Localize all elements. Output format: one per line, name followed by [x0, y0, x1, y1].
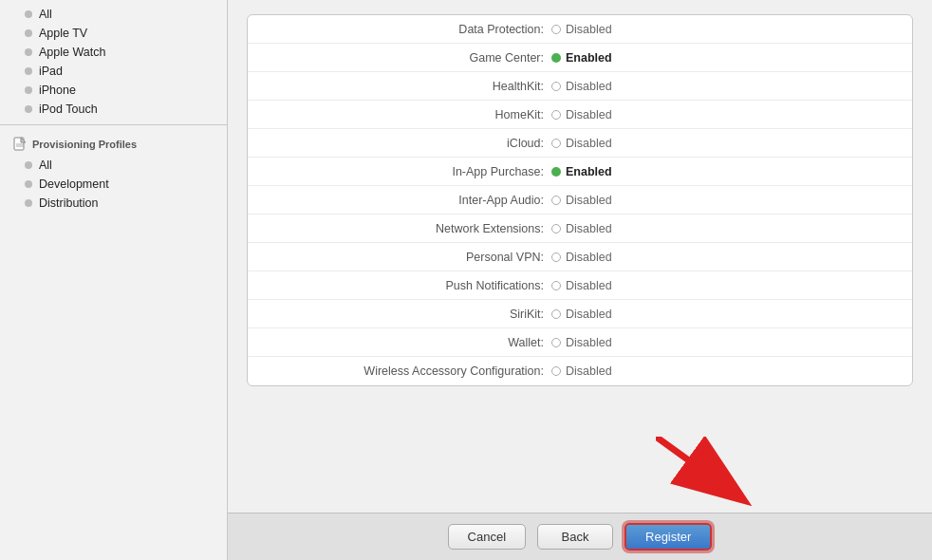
capability-row: Personal VPN: Disabled [248, 243, 912, 271]
bottom-bar: Cancel Back Register [228, 513, 932, 560]
capability-label: SiriKit: [248, 308, 551, 321]
capability-status: Disabled [551, 194, 612, 207]
capability-status: Enabled [551, 51, 612, 65]
main-content: Data Protection: Disabled Game Center: E… [228, 0, 932, 560]
status-dot-icon [551, 110, 561, 120]
sidebar-item[interactable]: Apple Watch [0, 43, 227, 62]
content-area: Data Protection: Disabled Game Center: E… [228, 0, 932, 437]
sidebar-item-label: Apple Watch [39, 46, 105, 59]
status-dot-icon [551, 281, 561, 290]
sidebar-item[interactable]: iPad [0, 62, 227, 81]
bullet-icon [25, 29, 32, 37]
sidebar-item[interactable]: All [0, 5, 227, 24]
capability-label: Wallet: [248, 336, 551, 349]
capability-label: HealthKit: [248, 80, 551, 93]
capability-row: HealthKit: Disabled [248, 72, 912, 101]
capability-label: Wireless Accessory Configuration: [248, 364, 551, 378]
capability-label: Data Protection: [248, 23, 551, 36]
sidebar-item[interactable]: Development [0, 175, 227, 194]
sidebar-item[interactable]: Apple TV [0, 24, 227, 43]
document-icon [13, 137, 27, 152]
bullet-icon [25, 180, 32, 188]
cancel-button[interactable]: Cancel [448, 524, 526, 550]
status-dot-icon [551, 196, 561, 205]
status-dot-icon [551, 366, 561, 376]
sidebar-item-label: Development [39, 177, 109, 191]
register-button[interactable]: Register [624, 523, 712, 551]
arrow-overlay [228, 437, 932, 513]
capability-row: Wallet: Disabled [248, 328, 912, 357]
status-dot-icon [551, 309, 561, 319]
sidebar-divider [0, 124, 227, 125]
capability-label: iCloud: [248, 137, 551, 150]
capability-status: Disabled [551, 251, 612, 264]
capability-row: In-App Purchase: Enabled [248, 158, 912, 186]
provisioning-profiles-label: Provisioning Profiles [32, 139, 137, 150]
bullet-icon [25, 10, 32, 18]
capability-label: In-App Purchase: [248, 165, 551, 178]
status-dot-icon [551, 82, 561, 91]
svg-line-4 [656, 437, 741, 498]
capability-row: HomeKit: Disabled [248, 101, 912, 129]
status-dot-icon [551, 139, 561, 148]
provisioning-profiles-header: Provisioning Profiles [0, 131, 227, 156]
bullet-icon [25, 48, 32, 56]
red-arrow-icon [656, 437, 770, 513]
sidebar-item-label: All [39, 8, 52, 21]
capability-label: Network Extensions: [248, 222, 551, 235]
bullet-icon [25, 161, 32, 169]
capability-status: Disabled [551, 336, 612, 349]
sidebar-item-label: iPod Touch [39, 103, 98, 116]
capability-label: Game Center: [248, 51, 551, 65]
back-button[interactable]: Back [537, 524, 613, 550]
capability-row: Push Notifications: Disabled [248, 271, 912, 300]
capability-row: Network Extensions: Disabled [248, 215, 912, 243]
capability-row: Inter-App Audio: Disabled [248, 186, 912, 215]
status-dot-icon [551, 25, 561, 34]
capability-label: HomeKit: [248, 108, 551, 121]
status-dot-icon [551, 252, 561, 262]
sidebar-item-label: Distribution [39, 196, 99, 210]
capability-row: Data Protection: Disabled [248, 15, 912, 44]
capability-row: SiriKit: Disabled [248, 300, 912, 328]
capability-row: iCloud: Disabled [248, 129, 912, 158]
status-dot-icon [551, 167, 561, 177]
sidebar-item-label: All [39, 159, 52, 172]
capability-status: Enabled [551, 165, 612, 178]
capability-label: Inter-App Audio: [248, 194, 551, 207]
sidebar-item-label: Apple TV [39, 27, 87, 40]
bullet-icon [25, 67, 32, 75]
status-dot-icon [551, 53, 561, 63]
sidebar-item[interactable]: iPod Touch [0, 100, 227, 119]
sidebar-item-label: iPad [39, 65, 63, 78]
sidebar-item-label: iPhone [39, 84, 76, 97]
sidebar: AllApple TVApple WatchiPadiPhoneiPod Tou… [0, 0, 228, 560]
status-dot-icon [551, 224, 561, 233]
bullet-icon [25, 86, 32, 94]
capability-row: Game Center: Enabled [248, 44, 912, 72]
capability-status: Disabled [551, 137, 612, 150]
capability-status: Disabled [551, 23, 612, 36]
bullet-icon [25, 199, 32, 207]
bullet-icon [25, 105, 32, 113]
capability-row: Wireless Accessory Configuration: Disabl… [248, 357, 912, 385]
status-dot-icon [551, 338, 561, 347]
capability-label: Personal VPN: [248, 251, 551, 264]
sidebar-item[interactable]: iPhone [0, 81, 227, 100]
capability-status: Disabled [551, 222, 612, 235]
capability-status: Disabled [551, 364, 612, 378]
sidebar-item[interactable]: All [0, 156, 227, 175]
capability-status: Disabled [551, 308, 612, 321]
capabilities-table: Data Protection: Disabled Game Center: E… [247, 14, 913, 386]
capability-status: Disabled [551, 108, 612, 121]
sidebar-item[interactable]: Distribution [0, 194, 227, 213]
capability-label: Push Notifications: [248, 279, 551, 292]
capability-status: Disabled [551, 80, 612, 93]
capability-status: Disabled [551, 279, 612, 292]
